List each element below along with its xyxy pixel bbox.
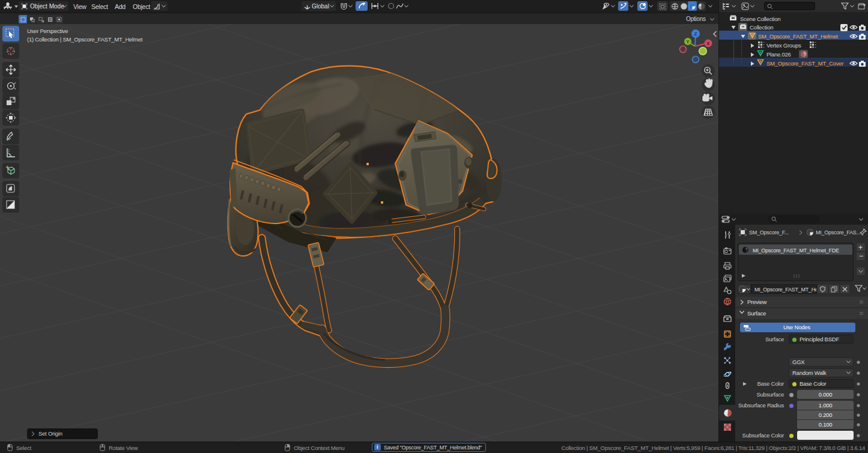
- svg-text:X: X: [706, 41, 710, 46]
- svg-text:Z: Z: [694, 31, 697, 37]
- svg-text:Y: Y: [686, 39, 689, 44]
